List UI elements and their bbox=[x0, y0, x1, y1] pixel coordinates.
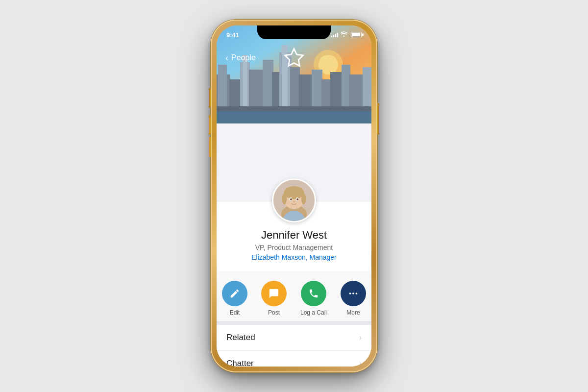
profile-name: Jennifer West bbox=[217, 229, 371, 242]
status-icons bbox=[331, 31, 362, 38]
profile-section: Jennifer West VP, Product Management Eli… bbox=[217, 202, 371, 271]
svg-point-38 bbox=[356, 293, 358, 294]
phone-screen: 9:41 bbox=[217, 25, 371, 367]
svg-marker-23 bbox=[285, 49, 303, 66]
post-button[interactable]: Post bbox=[261, 281, 287, 316]
svg-point-37 bbox=[352, 293, 354, 294]
related-label: Related bbox=[226, 333, 255, 343]
log-call-button[interactable]: Log a Call bbox=[300, 281, 327, 316]
more-label: More bbox=[346, 309, 360, 316]
notch bbox=[257, 25, 331, 39]
edit-button[interactable]: Edit bbox=[222, 281, 247, 316]
svg-point-28 bbox=[284, 186, 304, 199]
wifi-icon bbox=[341, 31, 347, 38]
phone-device: 9:41 bbox=[211, 20, 377, 372]
log-call-label: Log a Call bbox=[300, 309, 327, 316]
svg-point-35 bbox=[293, 201, 295, 202]
svg-rect-22 bbox=[217, 111, 371, 123]
svg-point-29 bbox=[282, 194, 287, 204]
chatter-label: Chatter bbox=[226, 359, 254, 367]
chevron-right-icon: › bbox=[359, 359, 362, 367]
battery-icon bbox=[351, 32, 362, 37]
chatter-list-item[interactable]: Chatter › bbox=[217, 351, 371, 367]
avatar bbox=[272, 178, 316, 222]
list-section: Related › Chatter › Activity › bbox=[217, 325, 371, 367]
nav-bar: ‹ People bbox=[217, 47, 371, 69]
related-list-item[interactable]: Related › bbox=[217, 325, 371, 351]
svg-point-36 bbox=[349, 293, 351, 294]
chevron-right-icon: › bbox=[359, 333, 362, 342]
more-button[interactable]: More bbox=[341, 281, 366, 316]
profile-manager[interactable]: Elizabeth Maxson, Manager bbox=[217, 253, 371, 261]
svg-point-34 bbox=[296, 198, 298, 200]
profile-title: VP, Product Management bbox=[217, 244, 371, 251]
section-divider-1 bbox=[217, 321, 371, 325]
content-area[interactable]: ‹ People bbox=[217, 25, 371, 367]
signal-icon bbox=[331, 32, 338, 37]
svg-point-33 bbox=[290, 198, 292, 200]
action-buttons: Edit Post Log a bbox=[217, 271, 371, 321]
edit-label: Edit bbox=[230, 309, 240, 316]
post-label: Post bbox=[268, 309, 280, 316]
svg-point-30 bbox=[301, 194, 306, 204]
